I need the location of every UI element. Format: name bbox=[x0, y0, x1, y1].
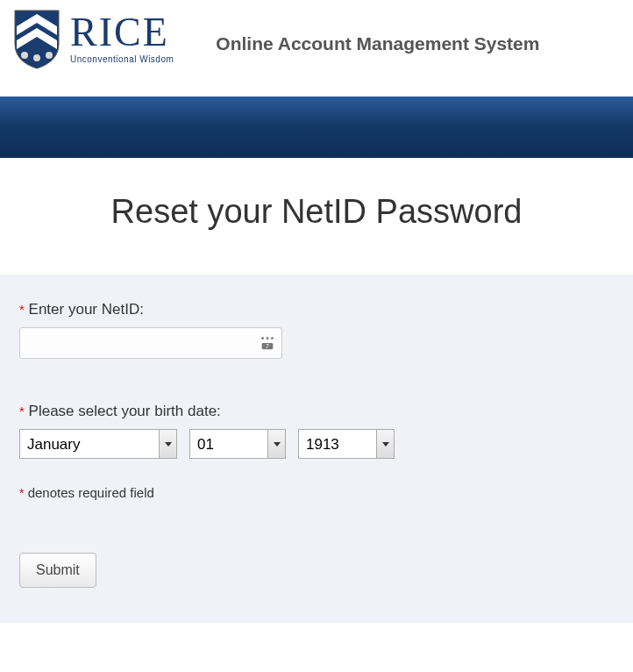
form-area: * Enter your NetID: 7 * Please select yo… bbox=[0, 275, 633, 623]
day-select[interactable]: 01 bbox=[189, 429, 286, 459]
netid-input-wrap: 7 bbox=[19, 327, 282, 359]
day-select-wrap: 01 bbox=[189, 429, 286, 459]
svg-point-3 bbox=[261, 337, 264, 340]
required-star: * bbox=[19, 302, 25, 317]
brand-name: RICE bbox=[70, 12, 174, 53]
netid-input[interactable] bbox=[19, 327, 282, 359]
page-title: Reset your NetID Password bbox=[18, 193, 615, 231]
submit-button[interactable]: Submit bbox=[19, 553, 96, 588]
system-title: Online Account Management System bbox=[216, 33, 539, 54]
brand-tagline: Unconventional Wisdom bbox=[70, 54, 174, 64]
logo-text: RICE Unconventional Wisdom bbox=[70, 12, 174, 64]
svg-point-1 bbox=[33, 54, 40, 61]
birthdate-field-group: * Please select your birth date: January… bbox=[19, 403, 614, 459]
content-area: Reset your NetID Password * Enter your N… bbox=[0, 158, 633, 640]
header: RICE Unconventional Wisdom Online Accoun… bbox=[0, 0, 633, 79]
svg-point-5 bbox=[271, 337, 274, 340]
logo-group: RICE Unconventional Wisdom bbox=[11, 9, 174, 70]
required-footnote: * denotes required field bbox=[19, 485, 614, 500]
netid-field-group: * Enter your NetID: 7 bbox=[19, 301, 614, 359]
nav-bar bbox=[0, 97, 633, 158]
required-star: * bbox=[19, 486, 24, 500]
required-note-text: denotes required field bbox=[28, 485, 154, 500]
month-select-wrap: January bbox=[19, 429, 177, 459]
birthdate-label-text: Please select your birth date: bbox=[29, 403, 221, 419]
required-star: * bbox=[19, 404, 25, 418]
svg-text:7: 7 bbox=[266, 343, 269, 349]
svg-point-0 bbox=[21, 52, 28, 59]
shield-logo-icon bbox=[11, 9, 63, 70]
netid-label: * Enter your NetID: bbox=[19, 301, 614, 318]
year-select[interactable]: 1913 bbox=[298, 429, 395, 459]
svg-point-4 bbox=[267, 337, 269, 340]
svg-point-2 bbox=[46, 52, 53, 59]
birthdate-label: * Please select your birth date: bbox=[19, 403, 614, 420]
month-select[interactable]: January bbox=[19, 429, 177, 459]
netid-label-text: Enter your NetID: bbox=[29, 301, 144, 318]
year-select-wrap: 1913 bbox=[298, 429, 395, 459]
date-selects-row: January 01 1913 bbox=[19, 429, 614, 459]
keyboard-icon: 7 bbox=[260, 335, 275, 351]
